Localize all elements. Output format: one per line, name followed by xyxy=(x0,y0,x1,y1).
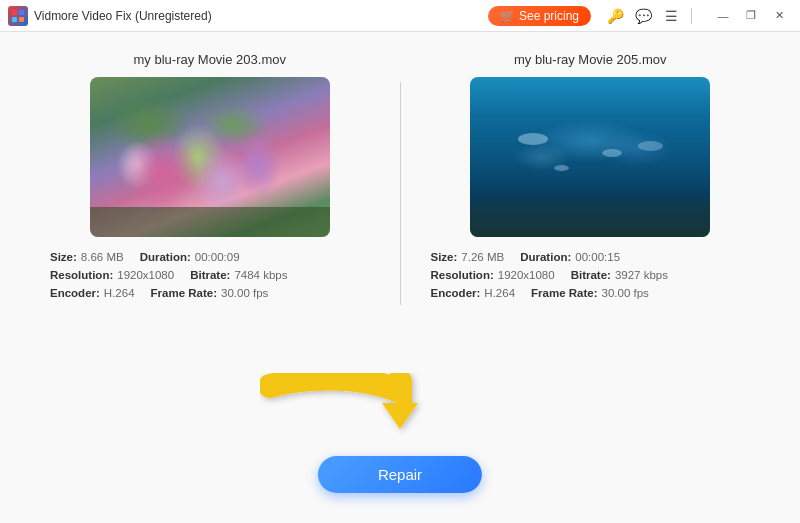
pricing-button[interactable]: 🛒 See pricing xyxy=(488,6,591,26)
ocean-thumbnail xyxy=(470,77,710,237)
toolbar-icons: 🔑 💬 ☰ xyxy=(605,6,681,26)
menu-icon[interactable]: ☰ xyxy=(661,6,681,26)
window-controls: — ❐ ✕ xyxy=(710,6,792,26)
key-icon[interactable]: 🔑 xyxy=(605,6,625,26)
minimize-button[interactable]: — xyxy=(710,6,736,26)
chat-icon[interactable]: 💬 xyxy=(633,6,653,26)
right-encoder: Encoder: H.264 xyxy=(431,287,516,299)
svg-rect-2 xyxy=(12,17,17,22)
svg-rect-1 xyxy=(19,10,24,15)
right-metadata: Size: 7.26 MB Duration: 00:00:15 Resolut… xyxy=(421,251,761,305)
right-video-thumbnail xyxy=(470,77,710,237)
videos-container: my blu-ray Movie 203.mov Size: 8.66 MB D… xyxy=(40,52,760,305)
left-meta-row-2: Resolution: 1920x1080 Bitrate: 7484 kbps xyxy=(50,269,370,281)
left-metadata: Size: 8.66 MB Duration: 00:00:09 Resolut… xyxy=(40,251,380,305)
svg-rect-3 xyxy=(19,17,24,22)
left-video-panel: my blu-ray Movie 203.mov Size: 8.66 MB D… xyxy=(40,52,400,305)
title-bar: Vidmore Video Fix (Unregistered) 🛒 See p… xyxy=(0,0,800,32)
right-resolution: Resolution: 1920x1080 xyxy=(431,269,555,281)
svg-marker-5 xyxy=(382,403,418,429)
main-content: my blu-ray Movie 203.mov Size: 8.66 MB D… xyxy=(0,32,800,523)
big-arrow-graphic xyxy=(260,361,480,441)
left-duration: Duration: 00:00:09 xyxy=(140,251,240,263)
restore-button[interactable]: ❐ xyxy=(738,6,764,26)
right-video-panel: my blu-ray Movie 205.mov Size: 7.26 MB xyxy=(401,52,761,305)
right-meta-row-1: Size: 7.26 MB Duration: 00:00:15 xyxy=(431,251,751,263)
right-framerate: Frame Rate: 30.00 fps xyxy=(531,287,649,299)
right-meta-row-2: Resolution: 1920x1080 Bitrate: 3927 kbps xyxy=(431,269,751,281)
left-size: Size: 8.66 MB xyxy=(50,251,124,263)
right-size: Size: 7.26 MB xyxy=(431,251,505,263)
right-bitrate: Bitrate: 3927 kbps xyxy=(571,269,668,281)
left-resolution: Resolution: 1920x1080 xyxy=(50,269,174,281)
title-bar-left: Vidmore Video Fix (Unregistered) xyxy=(8,6,212,26)
app-title: Vidmore Video Fix (Unregistered) xyxy=(34,9,212,23)
close-button[interactable]: ✕ xyxy=(766,6,792,26)
svg-rect-0 xyxy=(12,10,17,15)
repair-section: Repair xyxy=(318,456,482,493)
left-video-thumbnail xyxy=(90,77,330,237)
title-separator xyxy=(691,8,692,24)
left-meta-row-3: Encoder: H.264 Frame Rate: 30.00 fps xyxy=(50,287,370,299)
right-video-filename: my blu-ray Movie 205.mov xyxy=(514,52,666,67)
left-bitrate: Bitrate: 7484 kbps xyxy=(190,269,287,281)
right-duration: Duration: 00:00:15 xyxy=(520,251,620,263)
left-encoder: Encoder: H.264 xyxy=(50,287,135,299)
repair-button[interactable]: Repair xyxy=(318,456,482,493)
flower-thumbnail xyxy=(90,77,330,237)
right-meta-row-3: Encoder: H.264 Frame Rate: 30.00 fps xyxy=(431,287,751,299)
left-meta-row-1: Size: 8.66 MB Duration: 00:00:09 xyxy=(50,251,370,263)
app-icon xyxy=(8,6,28,26)
left-video-filename: my blu-ray Movie 203.mov xyxy=(134,52,286,67)
left-framerate: Frame Rate: 30.00 fps xyxy=(151,287,269,299)
cart-icon: 🛒 xyxy=(500,9,515,23)
